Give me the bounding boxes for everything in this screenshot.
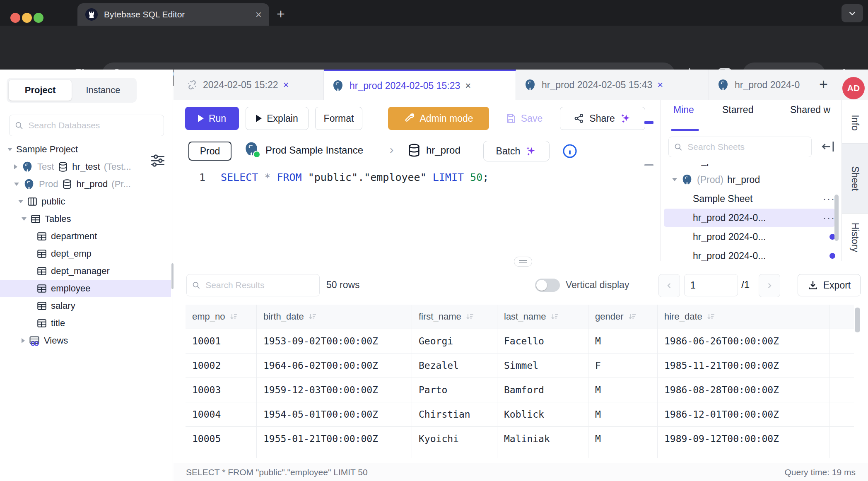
next-page-button[interactable] [759,274,780,297]
run-button[interactable]: Run [185,107,239,130]
tree-item-views-group[interactable]: Views [0,332,171,349]
new-sheet-tab-button[interactable]: + [819,76,828,93]
column-header-last_name[interactable]: last_name [497,305,588,329]
search-results-input[interactable] [205,280,314,291]
panel-splitter-handle[interactable] [514,257,532,267]
tree-item-table-department[interactable]: department [0,228,171,245]
sheet-item-unsaved-partial[interactable]: hr_prod 2024-0... [664,247,835,261]
caret-down-icon[interactable] [7,148,12,151]
close-tab-icon[interactable]: × [465,80,471,91]
tab-starred[interactable]: Starred [722,104,753,115]
tab-project[interactable]: Project [9,80,72,101]
table-row[interactable]: 100021964-06-02T00:00:00ZBezalelSimmelF1… [186,354,854,378]
sheet-item-menu-icon[interactable]: ··· [823,212,835,224]
side-tab-history[interactable]: History [842,214,868,261]
side-tab-sheet[interactable]: Sheet [842,143,868,214]
search-databases-input[interactable] [28,120,159,131]
window-close-button[interactable] [10,13,20,23]
save-button[interactable]: Save [501,108,547,128]
caret-down-icon[interactable] [14,183,19,186]
column-header-first_name[interactable]: first_name [412,305,497,329]
admin-mode-button[interactable]: Admin mode [388,107,489,130]
tree-item-table-title[interactable]: title [0,315,171,332]
tree-item-hr-prod[interactable]: Prod hr_prod (Pr... [0,176,171,193]
sheet-tab-active[interactable]: hr_prod 2024-02-05 15:23 × [324,70,516,100]
tree-item-table-employee[interactable]: employee [0,280,171,297]
caret-down-icon[interactable] [22,217,27,221]
tree-item-sample-project[interactable]: Sample Project [0,141,171,158]
tree-item-tables-group[interactable]: Tables [0,210,171,228]
search-databases-field[interactable] [9,115,164,136]
caret-right-icon[interactable] [22,338,25,343]
sheet-tab-4-clipped[interactable]: hr_prod 2024-0 [709,70,815,100]
tree-item-table-salary[interactable]: salary [0,297,171,315]
sheet-list-item-partial[interactable]: hr_prod 2024-0... [664,164,835,170]
sheet-tab-adhoc[interactable]: 2024-02-05 15:22 × [179,70,324,100]
sheet-item-menu-icon[interactable]: ··· [823,193,835,204]
table-row[interactable]: 100031959-12-03T00:00:00ZPartoBamfordM19… [186,378,854,402]
page-number-input[interactable] [690,279,733,291]
column-header-hire_date[interactable]: hire_date [658,305,829,329]
export-button[interactable]: Export [798,274,861,296]
search-sheets-input[interactable] [687,142,806,152]
sql-code-line[interactable]: SELECT * FROM "public"."employee" LIMIT … [221,171,489,183]
window-minimize-button[interactable] [22,13,32,23]
table-row[interactable]: 100051955-01-21T00:00:00ZKyoichiMaliniak… [186,427,854,451]
caret-down-icon[interactable] [18,200,23,203]
sheet-item-unsaved[interactable]: hr_prod 2024-0... [664,228,835,246]
sort-icon[interactable] [550,312,559,321]
side-tab-info[interactable]: Info [842,102,868,143]
cell-gender: M [588,402,658,426]
tab-search-button[interactable] [841,4,863,22]
caret-down-icon[interactable] [672,178,677,181]
batch-button[interactable]: Batch [483,141,550,161]
sheet-tab-3[interactable]: hr_prod 2024-02-05 15:43 × [516,70,709,100]
format-button[interactable]: Format [315,107,362,130]
sql-editor[interactable]: 1 SELECT * FROM "public"."employee" LIMI… [174,166,661,261]
page-number-field[interactable] [684,274,738,296]
caret-right-icon[interactable] [14,164,17,169]
prev-page-button[interactable] [658,274,680,297]
scrollbar-thumb[interactable] [834,195,839,241]
explain-button[interactable]: Explain [246,107,309,130]
sort-icon[interactable] [308,312,317,321]
grid-scrollbar-thumb[interactable] [855,308,860,332]
table-row[interactable]: 100061953-04-20T00:00:00ZAnnekePreusigF1… [186,451,854,458]
sheet-item-sample-sheet[interactable]: Sample Sheet ··· [664,190,835,208]
user-avatar[interactable]: AD [842,77,865,99]
sort-icon[interactable] [706,312,716,321]
database-name[interactable]: hr_prod [426,144,461,156]
sort-icon[interactable] [465,312,475,321]
browser-tab-close-icon[interactable]: × [256,9,262,20]
table-row[interactable]: 100041954-05-01T00:00:00ZChirstianKoblic… [186,402,854,427]
tab-shared-with-me[interactable]: Shared w [790,104,830,115]
cell-first_name: Georgi [412,329,497,353]
tree-item-table-dept-manager[interactable]: dept_manager [0,262,171,280]
sort-icon[interactable] [628,312,637,321]
close-tab-icon[interactable]: × [283,79,289,91]
share-button[interactable]: Share [560,107,645,130]
window-zoom-button[interactable] [34,13,43,23]
info-icon[interactable] [562,143,578,159]
close-tab-icon[interactable]: × [657,79,663,91]
tab-mine[interactable]: Mine [673,104,694,115]
sheet-group-hr-prod[interactable]: (Prod) hr_prod [664,171,835,189]
tab-instance[interactable]: Instance [72,80,135,101]
tree-item-table-dept-emp[interactable]: dept_emp [0,245,171,262]
instance-name[interactable]: Prod Sample Instance [265,144,363,156]
browser-tab[interactable]: Bytebase SQL Editor × [77,3,269,26]
vertical-display-toggle[interactable] [535,279,560,292]
column-header-birth_date[interactable]: birth_date [257,305,412,329]
collapse-panel-icon[interactable] [821,139,836,154]
sort-icon[interactable] [229,312,239,321]
column-header-gender[interactable]: gender [588,305,658,329]
tree-item-hr-test[interactable]: Test hr_test (Test... [0,158,171,176]
environment-chip[interactable]: Prod [188,142,231,161]
table-row[interactable]: 100011953-09-02T00:00:00ZGeorgiFacelloM1… [186,329,854,354]
column-header-emp_no[interactable]: emp_no [186,305,257,329]
search-results-field[interactable] [186,274,320,296]
sheet-item-selected[interactable]: hr_prod 2024-0... ··· [664,209,835,227]
tree-item-public-schema[interactable]: public [0,193,171,210]
search-sheets-field[interactable] [668,137,812,157]
new-tab-button[interactable]: + [277,7,285,21]
